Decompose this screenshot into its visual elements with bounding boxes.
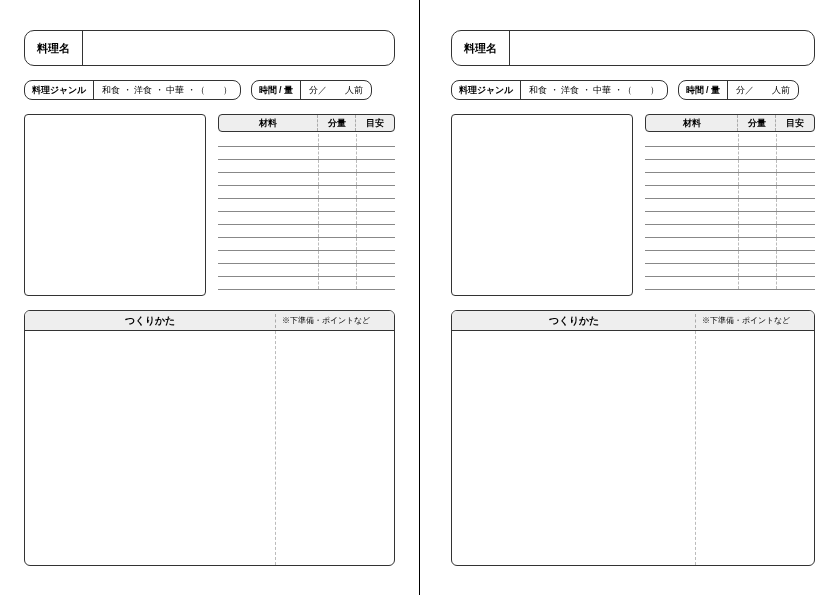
portion-cell[interactable] bbox=[739, 199, 777, 211]
guide-cell[interactable] bbox=[357, 264, 395, 276]
ingredient-cell[interactable] bbox=[645, 199, 739, 211]
portion-cell[interactable] bbox=[739, 186, 777, 198]
guide-cell[interactable] bbox=[357, 238, 395, 250]
ingredient-row[interactable] bbox=[218, 238, 395, 251]
portion-cell[interactable] bbox=[739, 147, 777, 159]
ingredient-row[interactable] bbox=[218, 251, 395, 264]
ingredient-cell[interactable] bbox=[218, 160, 319, 172]
recipe-name-field[interactable]: 料理名 bbox=[451, 30, 815, 66]
ingredient-cell[interactable] bbox=[218, 264, 319, 276]
ingredient-row[interactable] bbox=[645, 277, 815, 290]
ingredient-cell[interactable] bbox=[218, 251, 319, 263]
guide-cell[interactable] bbox=[357, 160, 395, 172]
genre-field[interactable]: 料理ジャンル 和食 ・ 洋食 ・ 中華 ・（ ） bbox=[451, 80, 668, 100]
guide-cell[interactable] bbox=[357, 212, 395, 224]
howto-sub-area[interactable] bbox=[276, 331, 394, 565]
ingredient-cell[interactable] bbox=[218, 199, 319, 211]
ingredient-row[interactable] bbox=[645, 251, 815, 264]
guide-cell[interactable] bbox=[357, 199, 395, 211]
ingredient-cell[interactable] bbox=[218, 147, 319, 159]
portion-cell[interactable] bbox=[319, 225, 357, 237]
ingredient-row[interactable] bbox=[218, 199, 395, 212]
recipe-name-value[interactable] bbox=[510, 31, 814, 65]
ingredient-row[interactable] bbox=[218, 212, 395, 225]
guide-cell[interactable] bbox=[357, 173, 395, 185]
ingredient-cell[interactable] bbox=[645, 264, 739, 276]
guide-cell[interactable] bbox=[777, 212, 815, 224]
portion-cell[interactable] bbox=[319, 251, 357, 263]
ingredient-cell[interactable] bbox=[645, 225, 739, 237]
ingredient-cell[interactable] bbox=[218, 186, 319, 198]
ingredient-row[interactable] bbox=[645, 199, 815, 212]
guide-cell[interactable] bbox=[777, 225, 815, 237]
portion-cell[interactable] bbox=[319, 147, 357, 159]
photo-box[interactable] bbox=[451, 114, 633, 296]
portion-cell[interactable] bbox=[319, 264, 357, 276]
portion-cell[interactable] bbox=[319, 173, 357, 185]
guide-cell[interactable] bbox=[777, 160, 815, 172]
ingredient-row[interactable] bbox=[218, 160, 395, 173]
portion-cell[interactable] bbox=[319, 277, 357, 289]
portion-cell[interactable] bbox=[739, 173, 777, 185]
ingredient-cell[interactable] bbox=[218, 225, 319, 237]
ingredient-cell[interactable] bbox=[645, 160, 739, 172]
ingredient-cell[interactable] bbox=[645, 173, 739, 185]
ingredient-row[interactable] bbox=[645, 212, 815, 225]
howto-main-area[interactable] bbox=[25, 331, 276, 565]
guide-cell[interactable] bbox=[357, 251, 395, 263]
ingredient-cell[interactable] bbox=[645, 277, 739, 289]
guide-cell[interactable] bbox=[777, 147, 815, 159]
time-field[interactable]: 時間 / 量 分／ 人前 bbox=[678, 80, 800, 100]
ingredient-row[interactable] bbox=[218, 147, 395, 160]
ingredient-cell[interactable] bbox=[645, 251, 739, 263]
guide-cell[interactable] bbox=[357, 134, 395, 146]
howto-body[interactable] bbox=[25, 331, 394, 565]
ingredient-cell[interactable] bbox=[645, 147, 739, 159]
portion-cell[interactable] bbox=[319, 212, 357, 224]
ingredient-row[interactable] bbox=[218, 173, 395, 186]
recipe-name-value[interactable] bbox=[83, 31, 394, 65]
ingredient-row[interactable] bbox=[645, 173, 815, 186]
genre-field[interactable]: 料理ジャンル 和食 ・ 洋食 ・ 中華 ・（ ） bbox=[24, 80, 241, 100]
ingredient-row[interactable] bbox=[218, 277, 395, 290]
portion-cell[interactable] bbox=[739, 264, 777, 276]
ingredient-cell[interactable] bbox=[645, 212, 739, 224]
ingredient-row[interactable] bbox=[218, 186, 395, 199]
guide-cell[interactable] bbox=[777, 264, 815, 276]
ingredient-row[interactable] bbox=[645, 160, 815, 173]
recipe-name-field[interactable]: 料理名 bbox=[24, 30, 395, 66]
time-field[interactable]: 時間 / 量 分／ 人前 bbox=[251, 80, 373, 100]
guide-cell[interactable] bbox=[777, 199, 815, 211]
photo-box[interactable] bbox=[24, 114, 206, 296]
ingredient-row[interactable] bbox=[218, 264, 395, 277]
portion-cell[interactable] bbox=[739, 225, 777, 237]
guide-cell[interactable] bbox=[357, 225, 395, 237]
guide-cell[interactable] bbox=[357, 186, 395, 198]
howto-sub-area[interactable] bbox=[696, 331, 814, 565]
ingredient-cell[interactable] bbox=[218, 238, 319, 250]
howto-body[interactable] bbox=[452, 331, 814, 565]
ingredient-cell[interactable] bbox=[645, 186, 739, 198]
ingredient-cell[interactable] bbox=[645, 238, 739, 250]
ingredient-row[interactable] bbox=[645, 225, 815, 238]
ingredient-row[interactable] bbox=[218, 225, 395, 238]
ingredient-row[interactable] bbox=[645, 186, 815, 199]
guide-cell[interactable] bbox=[777, 173, 815, 185]
guide-cell[interactable] bbox=[357, 277, 395, 289]
portion-cell[interactable] bbox=[739, 277, 777, 289]
guide-cell[interactable] bbox=[357, 147, 395, 159]
ingredient-cell[interactable] bbox=[218, 277, 319, 289]
ingredient-cell[interactable] bbox=[218, 212, 319, 224]
howto-main-area[interactable] bbox=[452, 331, 696, 565]
portion-cell[interactable] bbox=[319, 134, 357, 146]
portion-cell[interactable] bbox=[739, 251, 777, 263]
portion-cell[interactable] bbox=[319, 238, 357, 250]
ingredient-row[interactable] bbox=[218, 134, 395, 147]
ingredient-cell[interactable] bbox=[218, 134, 319, 146]
ingredient-row[interactable] bbox=[645, 147, 815, 160]
guide-cell[interactable] bbox=[777, 186, 815, 198]
portion-cell[interactable] bbox=[739, 134, 777, 146]
guide-cell[interactable] bbox=[777, 134, 815, 146]
portion-cell[interactable] bbox=[319, 160, 357, 172]
ingredient-row[interactable] bbox=[645, 134, 815, 147]
